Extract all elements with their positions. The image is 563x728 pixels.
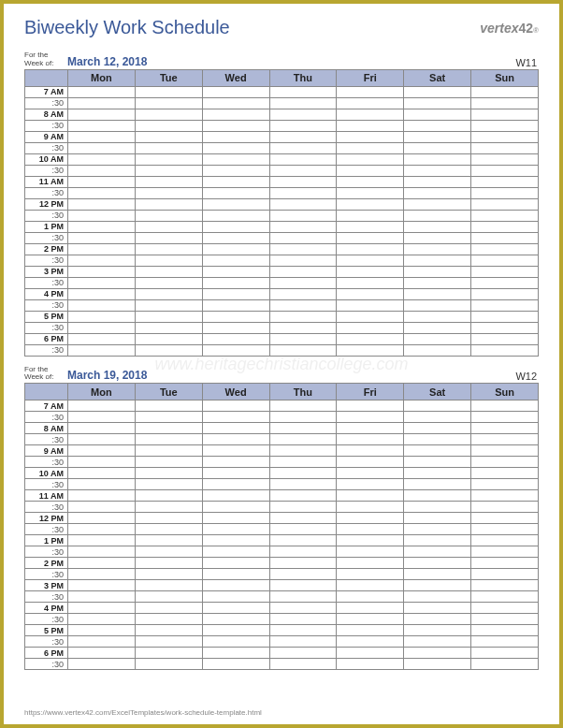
schedule-cell[interactable] — [404, 120, 471, 131]
schedule-cell[interactable] — [404, 210, 471, 221]
schedule-cell[interactable] — [337, 457, 404, 468]
schedule-cell[interactable] — [471, 322, 539, 333]
schedule-cell[interactable] — [135, 120, 202, 131]
schedule-cell[interactable] — [404, 490, 471, 502]
schedule-cell[interactable] — [404, 614, 471, 625]
schedule-cell[interactable] — [68, 142, 136, 153]
schedule-cell[interactable] — [68, 490, 136, 502]
schedule-cell[interactable] — [269, 625, 337, 636]
schedule-cell[interactable] — [68, 221, 136, 232]
schedule-cell[interactable] — [471, 311, 539, 322]
schedule-cell[interactable] — [471, 636, 539, 648]
schedule-cell[interactable] — [337, 311, 404, 322]
schedule-cell[interactable] — [269, 255, 337, 266]
schedule-cell[interactable] — [471, 445, 539, 457]
schedule-cell[interactable] — [337, 479, 404, 490]
schedule-cell[interactable] — [68, 153, 136, 165]
schedule-cell[interactable] — [471, 97, 539, 109]
schedule-cell[interactable] — [471, 479, 539, 490]
schedule-cell[interactable] — [471, 434, 539, 445]
schedule-cell[interactable] — [404, 558, 471, 569]
schedule-cell[interactable] — [135, 625, 202, 636]
schedule-cell[interactable] — [404, 243, 471, 255]
schedule-cell[interactable] — [68, 344, 136, 356]
schedule-cell[interactable] — [269, 322, 337, 333]
schedule-cell[interactable] — [471, 625, 539, 636]
schedule-cell[interactable] — [337, 165, 404, 176]
schedule-cell[interactable] — [404, 266, 471, 277]
schedule-cell[interactable] — [135, 659, 202, 670]
schedule-cell[interactable] — [337, 614, 404, 625]
schedule-cell[interactable] — [135, 479, 202, 490]
schedule-cell[interactable] — [471, 299, 539, 311]
schedule-cell[interactable] — [404, 165, 471, 176]
schedule-cell[interactable] — [269, 513, 337, 524]
schedule-cell[interactable] — [202, 142, 269, 153]
schedule-cell[interactable] — [471, 580, 539, 591]
schedule-cell[interactable] — [404, 636, 471, 648]
schedule-cell[interactable] — [135, 333, 202, 344]
schedule-cell[interactable] — [337, 412, 404, 423]
schedule-cell[interactable] — [269, 266, 337, 277]
schedule-cell[interactable] — [68, 299, 136, 311]
schedule-cell[interactable] — [135, 513, 202, 524]
schedule-cell[interactable] — [337, 434, 404, 445]
schedule-cell[interactable] — [404, 468, 471, 479]
schedule-cell[interactable] — [404, 277, 471, 288]
schedule-cell[interactable] — [202, 603, 269, 614]
schedule-cell[interactable] — [269, 86, 337, 97]
schedule-cell[interactable] — [269, 400, 337, 412]
schedule-cell[interactable] — [471, 524, 539, 535]
schedule-cell[interactable] — [269, 153, 337, 165]
schedule-cell[interactable] — [269, 109, 337, 120]
schedule-cell[interactable] — [269, 524, 337, 535]
schedule-cell[interactable] — [202, 243, 269, 255]
schedule-cell[interactable] — [337, 266, 404, 277]
schedule-cell[interactable] — [68, 400, 136, 412]
schedule-cell[interactable] — [404, 659, 471, 670]
schedule-cell[interactable] — [337, 288, 404, 299]
schedule-cell[interactable] — [202, 580, 269, 591]
schedule-cell[interactable] — [202, 636, 269, 648]
schedule-cell[interactable] — [135, 131, 202, 142]
schedule-cell[interactable] — [68, 591, 136, 603]
schedule-cell[interactable] — [337, 558, 404, 569]
schedule-cell[interactable] — [337, 468, 404, 479]
schedule-cell[interactable] — [471, 502, 539, 513]
schedule-cell[interactable] — [269, 165, 337, 176]
schedule-cell[interactable] — [135, 412, 202, 423]
schedule-cell[interactable] — [337, 445, 404, 457]
schedule-cell[interactable] — [68, 569, 136, 580]
schedule-cell[interactable] — [269, 445, 337, 457]
schedule-cell[interactable] — [404, 86, 471, 97]
schedule-cell[interactable] — [404, 109, 471, 120]
schedule-cell[interactable] — [337, 490, 404, 502]
schedule-cell[interactable] — [269, 232, 337, 243]
schedule-cell[interactable] — [404, 479, 471, 490]
schedule-cell[interactable] — [269, 603, 337, 614]
schedule-cell[interactable] — [337, 277, 404, 288]
schedule-cell[interactable] — [337, 344, 404, 356]
schedule-cell[interactable] — [471, 288, 539, 299]
schedule-cell[interactable] — [269, 412, 337, 423]
schedule-cell[interactable] — [269, 468, 337, 479]
schedule-cell[interactable] — [337, 400, 404, 412]
schedule-cell[interactable] — [337, 198, 404, 210]
schedule-cell[interactable] — [68, 636, 136, 648]
schedule-cell[interactable] — [135, 255, 202, 266]
schedule-cell[interactable] — [269, 546, 337, 558]
schedule-cell[interactable] — [202, 131, 269, 142]
schedule-cell[interactable] — [404, 513, 471, 524]
schedule-cell[interactable] — [68, 535, 136, 546]
schedule-cell[interactable] — [337, 513, 404, 524]
schedule-cell[interactable] — [471, 176, 539, 187]
schedule-cell[interactable] — [135, 524, 202, 535]
schedule-cell[interactable] — [135, 97, 202, 109]
schedule-cell[interactable] — [202, 591, 269, 603]
schedule-cell[interactable] — [135, 546, 202, 558]
schedule-cell[interactable] — [202, 614, 269, 625]
schedule-cell[interactable] — [269, 479, 337, 490]
schedule-cell[interactable] — [471, 648, 539, 659]
schedule-cell[interactable] — [135, 210, 202, 221]
schedule-cell[interactable] — [269, 120, 337, 131]
